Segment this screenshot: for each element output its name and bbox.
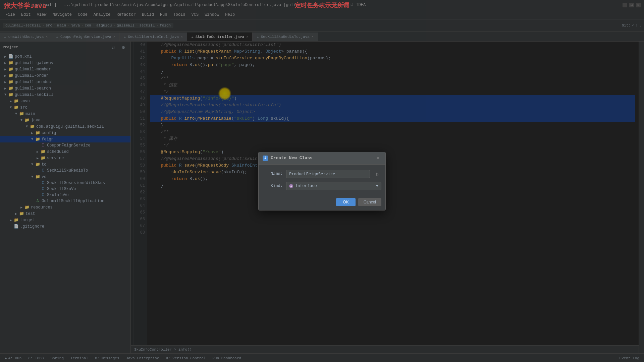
dialog-title-icon: J (263, 156, 268, 161)
swap-button[interactable]: ⇅ (373, 170, 381, 178)
interface-dot-icon: I (289, 184, 293, 188)
ok-button[interactable]: OK (336, 198, 355, 206)
dialog-select-inner: I Interface (289, 184, 317, 188)
dialog-overlay: J Create New Class ✕ Name: ⇅ Kind: I Int… (0, 0, 644, 362)
dialog-body: Name: ⇅ Kind: I Interface ▼ (259, 165, 385, 195)
dialog-close-button[interactable]: ✕ (375, 155, 381, 162)
cancel-button[interactable]: Cancel (358, 198, 381, 206)
dialog-name-input[interactable] (286, 170, 370, 178)
watermark-left: 张大爷学Java (0, 0, 50, 12)
dialog-title-text: Create New Class (271, 156, 313, 161)
dialog-kind-row: Kind: I Interface ▼ (263, 182, 381, 190)
dialog-footer: OK Cancel (259, 195, 385, 210)
dialog-name-label: Name: (263, 172, 283, 176)
dialog-name-row: Name: ⇅ (263, 170, 381, 178)
watermark-center: 定时任务表示无所谓 (293, 0, 351, 11)
dialog-kind-select[interactable]: I Interface ▼ (286, 182, 381, 190)
dialog-title-bar: J Create New Class ✕ (259, 152, 385, 165)
chevron-down-icon: ▼ (376, 184, 378, 188)
dialog-title: J Create New Class (263, 156, 313, 161)
create-new-class-dialog: J Create New Class ✕ Name: ⇅ Kind: I Int… (258, 152, 386, 210)
dialog-kind-value: Interface (295, 184, 317, 188)
dialog-kind-label: Kind: (263, 184, 283, 188)
